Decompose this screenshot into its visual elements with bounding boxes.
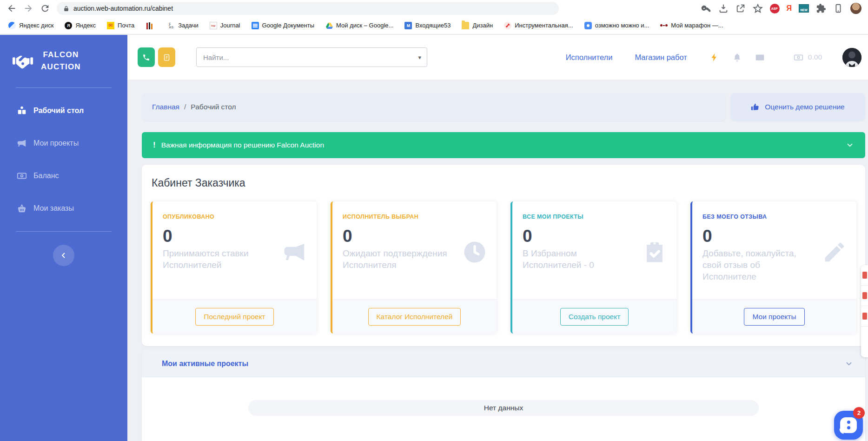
back-icon[interactable] bbox=[7, 3, 17, 13]
red-icon bbox=[862, 313, 867, 320]
bookmark-instrumental[interactable]: Инструментальная... bbox=[504, 22, 573, 29]
sidebar-nav: Рабочий стол Мои проекты Баланс Мои зака… bbox=[0, 88, 127, 231]
money-icon bbox=[794, 53, 803, 62]
chat-unread-badge: 2 bbox=[853, 407, 865, 419]
marathon-favicon bbox=[660, 22, 668, 29]
thumbs-up-icon bbox=[751, 103, 760, 112]
bookmark-marathon[interactable]: Мой марафон —... bbox=[660, 22, 723, 29]
my-projects-button[interactable]: Мои проекты bbox=[744, 308, 804, 326]
chevron-down-icon[interactable] bbox=[846, 141, 854, 149]
forward-icon[interactable] bbox=[23, 3, 33, 13]
sidebar-divider bbox=[16, 231, 112, 232]
chat-bubble-icon bbox=[840, 417, 857, 433]
executors-catalog-button[interactable]: Каталог Исполнителей bbox=[368, 308, 461, 326]
sidebar-item-my-projects[interactable]: Мои проекты bbox=[0, 127, 127, 160]
edge-widget-item[interactable] bbox=[861, 265, 868, 286]
inbox-favicon: M bbox=[404, 22, 412, 29]
bookmark-unlabeled[interactable] bbox=[146, 22, 156, 29]
edge-widget[interactable] bbox=[861, 265, 868, 357]
edge-widget-item[interactable] bbox=[861, 286, 868, 306]
bookmarks-bar: Яндекс диск ЯЯндекс ✉Почта ƑASЗадачи top… bbox=[0, 17, 868, 34]
lightning-icon[interactable] bbox=[709, 53, 719, 62]
app-root: FALCON AUCTION Рабочий стол Мои проекты … bbox=[0, 35, 868, 441]
bookmark-tasks[interactable]: ƑASЗадачи bbox=[167, 22, 199, 29]
bookmark-inbox[interactable]: MВходящие53 bbox=[404, 22, 451, 29]
card-executor-chosen: ИСПОЛНИТЕЛЬ ВЫБРАН 0 Ожидают подтвержден… bbox=[331, 201, 497, 334]
card-label: ВСЕ МОИ ПРОЕКТЫ bbox=[523, 214, 666, 220]
card-without-review: БЕЗ МОЕГО ОТЗЫВА 0 Добавьте, пожалуйста,… bbox=[690, 201, 856, 334]
sidebar-item-balance[interactable]: Баланс bbox=[0, 160, 127, 192]
nav-link-work-shop[interactable]: Магазин работ bbox=[635, 53, 687, 62]
clock-icon bbox=[462, 240, 487, 265]
create-project-button[interactable]: Создать проект bbox=[560, 308, 629, 326]
nav-link-executors[interactable]: Исполнители bbox=[566, 53, 613, 62]
sidebar-collapse-button[interactable] bbox=[53, 245, 74, 266]
clipboard-check-icon bbox=[642, 240, 667, 265]
banknote-icon bbox=[17, 171, 27, 181]
extensions-puzzle-icon[interactable] bbox=[816, 3, 826, 13]
chat-widget-button[interactable]: 2 bbox=[834, 411, 863, 440]
address-bar[interactable]: auction.web-automation.ru/cabinet bbox=[57, 2, 559, 15]
phone-icon bbox=[142, 53, 150, 61]
chevron-down-icon[interactable] bbox=[845, 360, 853, 368]
search-input[interactable] bbox=[203, 53, 418, 61]
bookmark-star-icon[interactable] bbox=[753, 3, 763, 13]
yandex-extension-icon[interactable]: Я bbox=[787, 4, 792, 13]
brand-name: FALCON AUCTION bbox=[41, 49, 81, 74]
card-description: Принимаются ставки Исполнителей bbox=[163, 247, 273, 271]
megaphone-icon bbox=[282, 240, 307, 265]
breadcrumb-home-link[interactable]: Главная bbox=[152, 103, 179, 111]
basket-icon bbox=[17, 203, 27, 214]
journal-favicon: top bbox=[210, 22, 217, 29]
sidebar-item-dashboard[interactable]: Рабочий стол bbox=[0, 94, 127, 127]
rate-demo-button[interactable]: Оценить демо решение bbox=[730, 93, 865, 121]
google-docs-favicon bbox=[252, 22, 259, 29]
bookmark-mail[interactable]: ✉Почта bbox=[107, 22, 134, 29]
share-icon[interactable] bbox=[735, 3, 746, 13]
sidebar-item-my-orders[interactable]: Мои заказы bbox=[0, 192, 127, 225]
balance-indicator[interactable]: 0.00 bbox=[794, 53, 822, 62]
browser-toolbar: auction.web-automation.ru/cabinet ABP Я … bbox=[0, 0, 868, 17]
bookmark-chat[interactable]: озможно можно и... bbox=[584, 22, 649, 29]
breadcrumb: Главная / Рабочий стол bbox=[142, 93, 726, 121]
bookmark-design[interactable]: Дизайн bbox=[462, 22, 493, 29]
document-icon bbox=[163, 53, 170, 61]
card-description: Ожидают подтверждения Исполнителя bbox=[343, 247, 453, 271]
active-projects-header[interactable]: Мои активные проекты bbox=[142, 350, 865, 377]
phone-button[interactable] bbox=[138, 47, 155, 67]
card-all-projects: ВСЕ МОИ ПРОЕКТЫ 0 В Избранном Исполнител… bbox=[510, 201, 676, 334]
edge-widget-item[interactable] bbox=[861, 306, 868, 327]
page-title: Кабинет Заказчика bbox=[152, 177, 856, 189]
card-label: ОПУБЛИКОВАНО bbox=[163, 214, 306, 220]
pencil-icon bbox=[822, 240, 847, 265]
bookmark-yandex[interactable]: ЯЯндекс bbox=[65, 22, 96, 29]
bookmark-yandex-disk[interactable]: Яндекс диск bbox=[8, 22, 53, 29]
device-icon[interactable] bbox=[833, 3, 843, 13]
new-extension-icon[interactable]: NEW bbox=[799, 4, 809, 13]
envelope-icon[interactable] bbox=[755, 53, 765, 62]
cabinet-panel: Кабинет Заказчика ОПУБЛИКОВАНО 0 Принима… bbox=[142, 165, 865, 346]
bookmark-google-drive[interactable]: Мой диск – Google... bbox=[325, 22, 393, 29]
empty-state: Нет данных bbox=[248, 400, 759, 416]
bell-icon[interactable] bbox=[732, 53, 742, 62]
brand-logo[interactable]: FALCON AUCTION bbox=[0, 35, 127, 87]
bookmark-google-docs[interactable]: Google Документы bbox=[252, 22, 315, 29]
last-project-button[interactable]: Последний проект bbox=[195, 308, 273, 326]
browser-profile-avatar[interactable] bbox=[850, 3, 861, 14]
url-text: auction.web-automation.ru/cabinet bbox=[73, 5, 173, 12]
docs-button[interactable] bbox=[158, 47, 175, 67]
search-combo[interactable]: ▾ bbox=[196, 47, 427, 67]
download-icon[interactable] bbox=[718, 3, 729, 13]
user-avatar[interactable] bbox=[842, 48, 861, 67]
important-info-banner[interactable]: ! Важная информация по решению Falcon Au… bbox=[142, 132, 865, 158]
bookmark-journal[interactable]: topJournal bbox=[210, 22, 240, 29]
key-icon[interactable] bbox=[701, 3, 711, 13]
yandex-disk-favicon bbox=[8, 22, 16, 29]
caret-down-icon[interactable]: ▾ bbox=[418, 54, 421, 61]
page-content: Главная / Рабочий стол Оценить демо реше… bbox=[127, 80, 868, 441]
google-drive-favicon bbox=[325, 22, 333, 29]
stat-cards: ОПУБЛИКОВАНО 0 Принимаются ставки Исполн… bbox=[151, 201, 856, 334]
reload-icon[interactable] bbox=[40, 3, 50, 13]
yandex-favicon: Я bbox=[65, 22, 72, 29]
adblock-extension-icon[interactable]: ABP bbox=[770, 4, 780, 13]
